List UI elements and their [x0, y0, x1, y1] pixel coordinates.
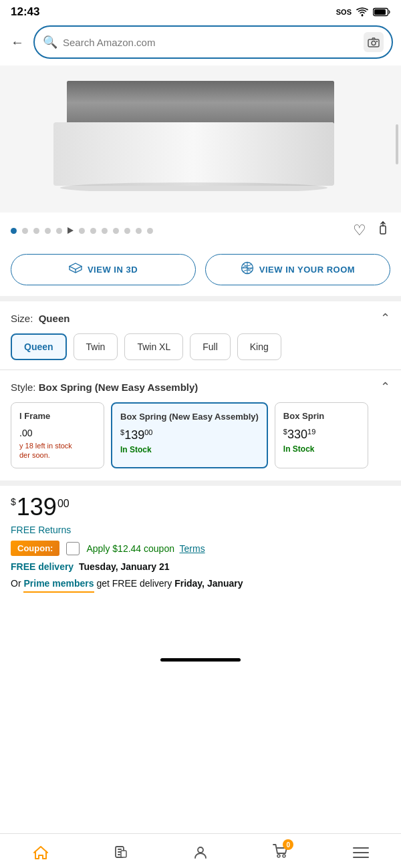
nav-menu-button[interactable]: [346, 843, 376, 862]
search-input[interactable]: [63, 37, 358, 48]
svg-point-4: [372, 41, 376, 45]
dot-7[interactable]: [79, 228, 85, 234]
product-image-container: [0, 65, 401, 212]
image-dots-row: ♡: [0, 212, 401, 249]
price-whole: 139: [17, 495, 57, 519]
coupon-checkbox[interactable]: [66, 542, 80, 555]
svg-rect-3: [368, 39, 379, 47]
cart-count-badge: 0: [283, 839, 293, 850]
dot-1[interactable]: [11, 228, 17, 234]
size-chevron-icon[interactable]: ⌃: [380, 311, 390, 325]
section-divider-1: [0, 296, 401, 301]
delivery-date: Tuesday, January 21: [79, 561, 170, 572]
prime-row: Or Prime members get FREE delivery Frida…: [11, 577, 390, 593]
size-option-twin-xl[interactable]: Twin XL: [124, 333, 183, 360]
dot-13[interactable]: [147, 228, 153, 234]
scrollbar[interactable]: [396, 124, 398, 164]
dot-9[interactable]: [102, 228, 108, 234]
camera-icon[interactable]: [364, 32, 384, 52]
view-3d-icon: [69, 263, 82, 277]
wishlist-button[interactable]: ♡: [353, 222, 366, 239]
dot-2[interactable]: [22, 228, 28, 234]
style-card-box-spring-2[interactable]: Box Sprin $33019 In Stock: [275, 402, 368, 468]
search-bar-row: ← 🔍: [0, 21, 401, 65]
dots-actions: ♡: [353, 221, 390, 241]
nav-account-button[interactable]: [186, 842, 215, 863]
style-label: Style: Box Spring (New Easy Assembly): [11, 382, 198, 393]
bottom-spacer: [0, 599, 401, 653]
style-card-3-status: In Stock: [283, 444, 360, 454]
size-option-twin[interactable]: Twin: [74, 333, 118, 360]
nav-cart-button[interactable]: 0: [265, 841, 296, 864]
coupon-text-label: Apply $12.44 coupon: [86, 543, 174, 554]
status-bar: 12:43 SOS: [0, 0, 401, 21]
search-bar[interactable]: 🔍: [33, 25, 393, 59]
cart-badge-container: 0: [272, 843, 289, 861]
back-button[interactable]: ←: [8, 35, 27, 50]
svg-rect-9: [53, 122, 334, 186]
style-card-1-price: .00: [19, 428, 96, 438]
coupon-badge: Coupon:: [11, 541, 59, 556]
style-section: Style: Box Spring (New Easy Assembly) ⌃ …: [0, 370, 401, 480]
dot-12[interactable]: [136, 228, 142, 234]
home-indicator-bar: [160, 658, 241, 662]
dot-8[interactable]: [90, 228, 96, 234]
size-options: Queen Twin Twin XL Full King: [11, 333, 390, 360]
price-section: $ 139 00 FREE Returns Coupon: Apply $12.…: [0, 486, 401, 599]
coupon-row: Coupon: Apply $12.44 coupon Terms: [11, 541, 390, 556]
view-room-icon: [241, 261, 254, 278]
free-returns-link[interactable]: FREE Returns: [11, 525, 390, 535]
share-button[interactable]: [376, 221, 390, 241]
free-delivery-link[interactable]: FREE delivery: [11, 561, 74, 572]
product-image: [47, 81, 341, 191]
size-option-queen[interactable]: Queen: [11, 333, 67, 360]
recent-icon: [113, 845, 129, 861]
menu-icon: [353, 846, 369, 859]
style-card-1-warning: y 18 left in stockder soon.: [19, 441, 96, 460]
home-icon: [32, 844, 49, 861]
section-divider-3: [0, 480, 401, 486]
coupon-terms-link[interactable]: Terms: [180, 543, 205, 554]
svg-rect-16: [118, 854, 120, 855]
dot-4[interactable]: [45, 228, 51, 234]
style-card-3-price: $33019: [283, 428, 360, 442]
view-room-button[interactable]: VIEW IN YOUR ROOM: [205, 254, 390, 285]
style-card-1-title: l Frame: [19, 411, 96, 422]
style-card-2-price: $13900: [120, 428, 259, 442]
style-options: l Frame .00 y 18 left in stockder soon. …: [11, 402, 390, 471]
dot-5[interactable]: [56, 228, 62, 234]
size-section-header: Size: Queen ⌃: [11, 311, 390, 325]
status-time: 12:43: [11, 5, 39, 19]
style-selected-label: Box Spring (New Easy Assembly): [39, 382, 198, 393]
svg-rect-5: [376, 41, 378, 42]
dot-11[interactable]: [124, 228, 130, 234]
wifi-icon: [356, 7, 369, 17]
view-room-label: VIEW IN YOUR ROOM: [259, 265, 355, 275]
size-option-king[interactable]: King: [237, 333, 281, 360]
status-icons: SOS: [336, 7, 390, 17]
nav-recent-button[interactable]: [106, 842, 136, 863]
prime-members-link[interactable]: Prime members: [23, 577, 94, 593]
dot-3[interactable]: [33, 228, 39, 234]
style-card-box-spring[interactable]: Box Spring (New Easy Assembly) $13900 In…: [111, 402, 268, 468]
style-chevron-icon[interactable]: ⌃: [380, 380, 390, 394]
svg-point-19: [277, 855, 280, 857]
main-price: $ 139 00: [11, 495, 390, 519]
style-card-2-title: Box Spring (New Easy Assembly): [120, 412, 259, 423]
style-card-frame[interactable]: l Frame .00 y 18 left in stockder soon.: [11, 402, 104, 468]
size-option-full[interactable]: Full: [190, 333, 231, 360]
coupon-text: Apply $12.44 coupon Terms: [86, 543, 205, 554]
size-selected-label: Queen: [39, 313, 70, 324]
nav-home-button[interactable]: [25, 841, 56, 864]
view-3d-button[interactable]: VIEW IN 3D: [11, 254, 196, 285]
dot-10[interactable]: [113, 228, 119, 234]
currency-symbol: $: [11, 496, 16, 507]
svg-rect-2: [374, 9, 386, 15]
view-3d-label: VIEW IN 3D: [88, 265, 138, 275]
style-card-2-status: In Stock: [120, 445, 259, 454]
prime-link[interactable]: Prime members: [23, 578, 94, 589]
size-section: Size: Queen ⌃ Queen Twin Twin XL Full Ki…: [0, 301, 401, 370]
account-icon: [192, 845, 209, 861]
svg-rect-14: [118, 849, 122, 850]
dot-play[interactable]: [68, 227, 74, 234]
